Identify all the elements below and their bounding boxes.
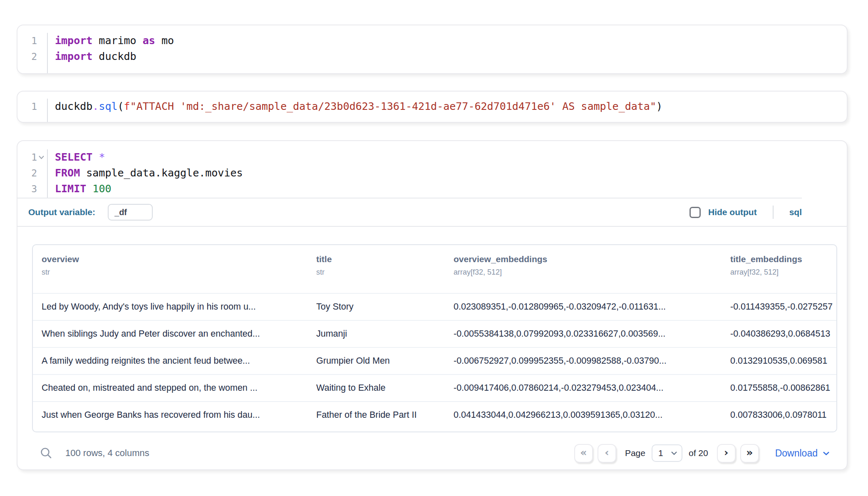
code-cell-attach: 1 duckdb.sql(f"ATTACH 'md:_share/sample_… bbox=[17, 91, 848, 123]
download-label: Download bbox=[775, 448, 818, 459]
table-row[interactable]: When siblings Judy and Peter discover an… bbox=[33, 320, 836, 347]
code-line[interactable]: SELECT * bbox=[55, 149, 847, 165]
code-editor[interactable]: 1 2 3 SELECT * FROM sample_data.kaggle.m… bbox=[17, 141, 847, 198]
line-number: 2 bbox=[31, 165, 37, 181]
page-total-label: of 20 bbox=[689, 448, 708, 458]
column-header-title[interactable]: title str bbox=[308, 245, 445, 293]
table-row[interactable]: Cheated on, mistreated and stepped on, t… bbox=[33, 374, 836, 401]
code-line[interactable]: LIMIT 100 bbox=[55, 181, 847, 197]
table-header-row: overview str title str overview_embeddin… bbox=[33, 245, 836, 293]
first-page-button[interactable]: « bbox=[574, 444, 593, 463]
cell-overview-embeddings: 0.023089351,-0.012809965,-0.03209472,-0.… bbox=[445, 294, 722, 320]
next-page-button[interactable]: › bbox=[717, 444, 736, 463]
table-row[interactable]: Led by Woody, Andy's toys live happily i… bbox=[33, 293, 836, 320]
code-cell-imports: 1 2 import marimo as mo import duckdb bbox=[17, 25, 848, 74]
cell-title-embeddings: -0.011439355,-0.0275257 bbox=[722, 294, 836, 320]
column-name: overview_embeddings bbox=[454, 254, 717, 264]
bar-divider bbox=[773, 206, 774, 219]
line-number-gutter: 1 2 bbox=[17, 33, 48, 73]
code-token: ) bbox=[656, 100, 662, 112]
code-token: . bbox=[92, 100, 99, 112]
code-line[interactable]: duckdb.sql(f"ATTACH 'md:_share/sample_da… bbox=[55, 99, 847, 114]
fold-chevron-icon[interactable] bbox=[37, 149, 45, 165]
hide-output-label: Hide output bbox=[708, 207, 757, 217]
chevron-down-icon bbox=[671, 451, 677, 455]
line-number: 1 bbox=[31, 149, 37, 165]
code-editor[interactable]: 1 duckdb.sql(f"ATTACH 'md:_share/sample_… bbox=[17, 92, 847, 122]
cell-title: Father of the Bride Part II bbox=[308, 402, 445, 428]
code-line[interactable]: FROM sample_data.kaggle.movies bbox=[55, 165, 847, 181]
output-variable-input[interactable] bbox=[108, 204, 153, 221]
table-footer: 100 rows, 4 columns « ‹ Page 1 of 20 › »… bbox=[32, 432, 836, 470]
chevron-down-icon bbox=[823, 451, 830, 456]
cell-overview: When siblings Judy and Peter discover an… bbox=[33, 321, 308, 347]
column-type: str bbox=[316, 268, 441, 277]
code-token: duckdb bbox=[55, 100, 92, 112]
cell-overview: Led by Woody, Andy's toys live happily i… bbox=[33, 294, 308, 320]
code-token: import bbox=[55, 50, 92, 62]
search-icon[interactable] bbox=[40, 446, 53, 460]
line-number-gutter: 1 2 3 bbox=[17, 149, 48, 198]
code-line[interactable]: import marimo as mo bbox=[55, 33, 847, 49]
code-token: duckdb bbox=[92, 50, 136, 62]
column-header-title-embeddings[interactable]: title_embeddings array[f32, 512] bbox=[722, 245, 836, 293]
column-name: title_embeddings bbox=[730, 254, 832, 264]
code-token: "ATTACH 'md:_share/sample_data/23b0d623-… bbox=[130, 100, 656, 112]
cell-title: Waiting to Exhale bbox=[308, 375, 445, 401]
code-token: import bbox=[55, 35, 92, 47]
code-token: marimo bbox=[92, 35, 142, 47]
cell-overview: Just when George Banks has recovered fro… bbox=[33, 402, 308, 428]
row-count-summary: 100 rows, 4 columns bbox=[65, 448, 149, 459]
cell-overview-embeddings: -0.0055384138,0.07992093,0.023316627,0.0… bbox=[445, 321, 722, 347]
table-row[interactable]: Just when George Banks has recovered fro… bbox=[33, 401, 836, 428]
line-number: 1 bbox=[31, 33, 37, 49]
column-type: array[f32, 512] bbox=[730, 268, 832, 277]
result-table: overview str title str overview_embeddin… bbox=[32, 244, 837, 432]
code-token: ( bbox=[118, 100, 124, 112]
pagination: « ‹ Page 1 of 20 › » Download bbox=[574, 444, 830, 463]
code-token: 100 bbox=[92, 183, 111, 195]
code-token bbox=[92, 151, 99, 163]
sql-cell: 1 2 3 SELECT * FROM sample_data.kaggle.m… bbox=[17, 140, 848, 470]
code-token: sql bbox=[99, 100, 117, 112]
download-button[interactable]: Download bbox=[775, 448, 830, 459]
column-name: overview bbox=[42, 254, 303, 264]
cell-overview-embeddings: 0.041433044,0.042966213,0.0039591365,0.0… bbox=[445, 402, 722, 428]
column-name: title bbox=[316, 254, 441, 264]
column-header-overview[interactable]: overview str bbox=[33, 245, 308, 293]
code-token: as bbox=[143, 35, 155, 47]
code-editor[interactable]: 1 2 import marimo as mo import duckdb bbox=[17, 25, 847, 73]
page-number-select[interactable]: 1 bbox=[652, 444, 682, 462]
page-label: Page bbox=[625, 448, 645, 458]
column-type: str bbox=[42, 268, 303, 277]
page-number-value: 1 bbox=[658, 448, 663, 458]
column-header-overview-embeddings[interactable]: overview_embeddings array[f32, 512] bbox=[445, 245, 722, 293]
cell-title-embeddings: 0.01755858,-0.00862861 bbox=[722, 375, 836, 401]
line-number: 3 bbox=[31, 181, 37, 197]
column-type: array[f32, 512] bbox=[454, 268, 717, 277]
cell-title-embeddings: -0.040386293,0.0684513 bbox=[722, 321, 836, 347]
cell-title-embeddings: 0.0132910535,0.069581 bbox=[722, 348, 836, 374]
previous-page-button[interactable]: ‹ bbox=[598, 444, 616, 463]
line-number: 1 bbox=[31, 99, 37, 114]
hide-output-checkbox[interactable] bbox=[689, 207, 701, 218]
code-token: FROM bbox=[55, 167, 80, 179]
line-number: 2 bbox=[31, 49, 37, 64]
output-variable-label: Output variable: bbox=[28, 207, 95, 217]
line-number-gutter: 1 bbox=[17, 99, 48, 122]
code-token: LIMIT bbox=[55, 183, 86, 195]
code-token: mo bbox=[155, 35, 174, 47]
cell-overview: Cheated on, mistreated and stepped on, t… bbox=[33, 375, 308, 401]
cell-overview: A family wedding reignites the ancient f… bbox=[33, 348, 308, 374]
language-badge[interactable]: sql bbox=[789, 207, 802, 217]
cell-title-embeddings: 0.007833006,0.0978011 bbox=[722, 402, 836, 428]
cell-title: Grumpier Old Men bbox=[308, 348, 445, 374]
last-page-button[interactable]: » bbox=[740, 444, 759, 463]
code-line[interactable]: import duckdb bbox=[55, 49, 847, 64]
code-token: SELECT bbox=[55, 151, 92, 163]
cell-overview-embeddings: -0.009417406,0.07860214,-0.023279453,0.0… bbox=[445, 375, 722, 401]
code-token: * bbox=[99, 151, 105, 163]
code-token: f bbox=[124, 100, 130, 112]
table-row[interactable]: A family wedding reignites the ancient f… bbox=[33, 347, 836, 374]
code-token bbox=[86, 183, 92, 195]
